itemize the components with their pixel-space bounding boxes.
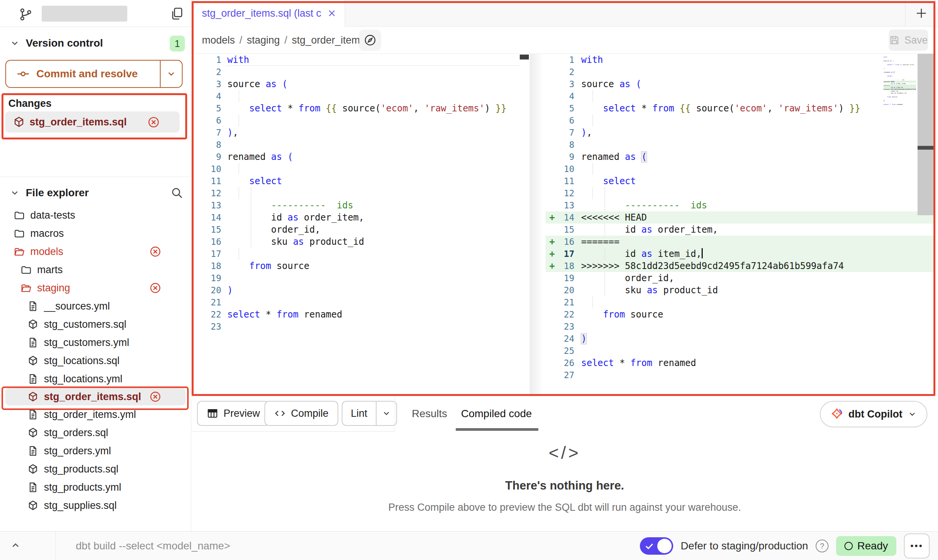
file-explorer-item-stg-supplies-sql[interactable]: stg_supplies.sql: [0, 496, 191, 515]
code-line[interactable]: 20 sku as product_id: [546, 284, 934, 296]
code-line[interactable]: 11 select: [546, 175, 934, 187]
right-pane-scrollbar-thumb[interactable]: [918, 146, 934, 150]
code-line[interactable]: +17 id as item_id,: [546, 248, 934, 260]
code-line[interactable]: 5 select * from {{ source('ecom', 'raw_i…: [546, 102, 934, 114]
code-line[interactable]: 25: [546, 345, 934, 357]
code-line[interactable]: 23: [546, 321, 934, 333]
breadcrumb-segment[interactable]: staging: [247, 34, 280, 46]
commit-options-dropdown[interactable]: [160, 61, 182, 87]
code-line[interactable]: 26select * from renamed: [546, 357, 934, 369]
version-control-section-header[interactable]: Version control 1: [0, 33, 191, 54]
code-line[interactable]: 9renamed as (: [192, 151, 520, 163]
code-line[interactable]: 3source as (: [192, 78, 520, 90]
code-line[interactable]: 15 order_id,: [192, 224, 520, 236]
tab-results[interactable]: Results: [412, 396, 447, 431]
preview-button[interactable]: Preview: [197, 401, 270, 426]
code-line[interactable]: 8: [546, 139, 934, 151]
discard-change-icon[interactable]: [149, 246, 161, 258]
file-explorer-item-macros[interactable]: macros: [0, 224, 191, 242]
code-line[interactable]: +14<<<<<<< HEAD: [546, 211, 934, 224]
code-line[interactable]: 21: [546, 296, 934, 308]
minimap[interactable]: withsource as ( select * from {{ source(…: [883, 56, 916, 107]
file-explorer-item-marts[interactable]: marts: [0, 261, 191, 279]
code-line[interactable]: 18 from source: [192, 260, 520, 272]
file-explorer-item-stg-order-items-sql[interactable]: stg_order_items.sql: [5, 388, 186, 405]
code-line[interactable]: 3source as (: [546, 78, 934, 90]
code-line[interactable]: 2: [546, 66, 934, 78]
search-icon[interactable]: [170, 186, 183, 199]
code-line[interactable]: 19 order_id,: [546, 272, 934, 284]
code-line[interactable]: 16 sku as product_id: [192, 236, 520, 248]
status-badge[interactable]: Ready: [836, 536, 896, 556]
discard-change-icon[interactable]: [147, 116, 160, 128]
file-explorer-item-stg-order-items-yml[interactable]: stg_order_items.yml: [0, 405, 191, 424]
code-line[interactable]: 13 ---------- ids: [546, 199, 934, 211]
code-line[interactable]: 17: [192, 248, 520, 260]
lint-options-dropdown[interactable]: [376, 402, 396, 425]
code-line[interactable]: 10: [192, 163, 520, 175]
editor-pane-last-commit[interactable]: 1with23source as (45 select * from {{ so…: [192, 54, 520, 333]
file-explorer-item-models[interactable]: models: [0, 242, 191, 261]
code-line[interactable]: +16=======: [546, 236, 934, 248]
code-line[interactable]: 20): [192, 284, 520, 296]
code-line[interactable]: 13 ---------- ids: [192, 199, 520, 211]
file-explorer-section-header[interactable]: File explorer: [0, 182, 191, 204]
expand-command-bar-icon[interactable]: [9, 539, 22, 552]
code-line[interactable]: 9renamed as (: [546, 151, 934, 163]
code-line[interactable]: 12: [546, 187, 934, 199]
code-line[interactable]: +18>>>>>>> 58c1dd23d5eebd9cd2495fa7124ab…: [546, 260, 934, 272]
compile-button[interactable]: Compile: [264, 401, 338, 426]
code-line[interactable]: 21: [192, 296, 520, 308]
code-line[interactable]: 5 select * from {{ source('ecom', 'raw_i…: [192, 102, 520, 114]
discard-change-icon[interactable]: [149, 282, 161, 294]
code-line[interactable]: 22select * from renamed: [192, 308, 520, 321]
file-explorer-item-stg-customers-yml[interactable]: stg_customers.yml: [0, 333, 191, 352]
more-options-button[interactable]: •••: [904, 533, 930, 558]
branch-name-placeholder[interactable]: [42, 6, 127, 22]
save-button[interactable]: Save: [889, 30, 928, 51]
code-line[interactable]: 1with: [192, 54, 520, 66]
code-line[interactable]: 19: [192, 272, 520, 284]
code-line[interactable]: 2: [192, 66, 520, 78]
file-explorer-item-stg-orders-yml[interactable]: stg_orders.yml: [0, 442, 191, 460]
help-icon[interactable]: ?: [816, 540, 829, 552]
file-explorer-item-data-tests[interactable]: data-tests: [0, 206, 191, 224]
git-branch-icon[interactable]: [19, 8, 33, 21]
left-pane-scrollbar-thumb[interactable]: [520, 55, 529, 59]
code-line[interactable]: 6: [192, 114, 520, 127]
defer-toggle[interactable]: [640, 537, 673, 555]
lineage-compass-icon[interactable]: [359, 30, 381, 51]
code-line[interactable]: 4: [546, 90, 934, 102]
code-line[interactable]: 11 select: [192, 175, 520, 187]
tab-compiled-code[interactable]: Compiled code: [461, 396, 532, 431]
commit-and-resolve-button[interactable]: Commit and resolve: [5, 60, 183, 88]
dbt-copilot-button[interactable]: dbt Copilot: [820, 401, 927, 427]
file-explorer-item-stg-customers-sql[interactable]: stg_customers.sql: [0, 315, 191, 333]
discard-change-icon[interactable]: [149, 391, 161, 403]
close-icon[interactable]: [327, 9, 336, 18]
code-line[interactable]: 4: [192, 90, 520, 102]
file-explorer-item--sources-yml[interactable]: __sources.yml: [0, 297, 191, 315]
code-line[interactable]: 6: [546, 114, 934, 127]
code-line[interactable]: 15 id as order_item,: [546, 224, 934, 236]
breadcrumb-segment[interactable]: models: [202, 34, 235, 46]
code-line[interactable]: 23: [192, 321, 520, 333]
file-explorer-item-stg-products-yml[interactable]: stg_products.yml: [0, 478, 191, 496]
file-explorer-item-staging[interactable]: staging: [0, 279, 191, 297]
file-explorer-item-stg-locations-yml[interactable]: stg_locations.yml: [0, 370, 191, 388]
lint-button[interactable]: Lint: [342, 401, 397, 426]
tab-stg-order-items[interactable]: stg_order_items.sql (last c...: [194, 0, 345, 27]
file-explorer-item-stg-orders-sql[interactable]: stg_orders.sql: [0, 424, 191, 442]
code-line[interactable]: 14 id as order_item,: [192, 211, 520, 224]
copy-icon[interactable]: [170, 6, 184, 21]
right-pane-scrollbar[interactable]: [918, 54, 934, 215]
code-line[interactable]: 1with: [546, 54, 934, 66]
code-line[interactable]: 7),: [192, 127, 520, 139]
code-line[interactable]: 10: [546, 163, 934, 175]
code-line[interactable]: 22 from source: [546, 308, 934, 321]
new-tab-icon[interactable]: [915, 6, 928, 20]
code-line[interactable]: 24): [546, 333, 934, 345]
dbt-command-input[interactable]: [75, 535, 607, 557]
file-explorer-item-stg-products-sql[interactable]: stg_products.sql: [0, 460, 191, 478]
changed-file-row[interactable]: stg_order_items.sql: [5, 111, 180, 133]
